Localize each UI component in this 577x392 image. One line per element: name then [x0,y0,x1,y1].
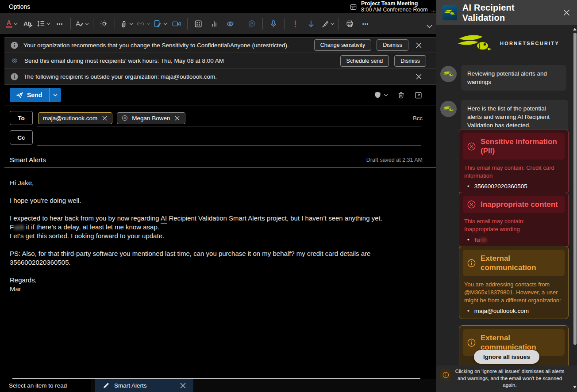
meeting-reminder[interactable]: Project Team Meeting 8:00 AM Conference … [350,0,436,13]
presence-blocked-icon [122,115,128,121]
close-tab-icon[interactable] [178,381,188,391]
panel-scrollbar[interactable] [573,25,577,392]
message-body-editor[interactable]: Hi Jake, I hope you're doing well. I exp… [10,175,423,302]
styles-icon[interactable] [73,16,90,31]
draft-saved-status: Draft saved at 2:31 AM [366,157,423,163]
bot-avatar [440,66,457,82]
alert-text: Your organization recommends that you ch… [23,42,289,49]
calendar-icon [350,3,357,11]
hornetsecurity-brand: HORNETSECURITY [458,33,559,53]
card-title: Inappropriate content [481,200,558,209]
dictate-icon[interactable] [265,16,281,31]
reminder-subtitle: 8:00 AM Conference Room -... [361,7,436,13]
app-window: Options Project Team Meeting 8:00 AM Con… [0,0,577,392]
card-description: This email may contain: Credit card info… [464,164,563,180]
format-painter-icon[interactable] [319,16,336,31]
compose-bottom-divider [12,378,420,379]
reminder-title: Project Team Meeting [361,0,436,7]
insert-grid-icon[interactable] [190,16,206,31]
panel-content: HORNETSECURITY Reviewing potential alert… [436,25,577,392]
send-button[interactable]: Send [10,88,50,102]
sensitivity-shield-icon[interactable] [374,91,388,99]
close-icon[interactable] [414,72,423,82]
remove-recipient-icon[interactable] [174,115,181,121]
recipient-chip[interactable]: maja@outloook.com [38,112,112,124]
more-formatting-icon[interactable]: ••• [52,16,68,31]
high-importance-icon[interactable] [287,16,303,31]
close-panel-icon[interactable] [562,8,571,18]
print-icon[interactable] [342,16,358,31]
alert-text: Send this email during most recipients' … [24,57,224,64]
brand-wordmark: HORNETSECURITY [500,41,559,46]
error-circle-x-icon [467,142,476,151]
panel-header: AI Recipient Validation [436,0,577,25]
info-icon [440,369,451,380]
bcc-toggle[interactable]: Bcc [413,115,423,122]
body-line: Fuck it if there’s a delay, at least let… [10,223,423,232]
scroll-up-icon[interactable] [573,28,577,30]
ai-recipient-validation-panel: AI Recipient Validation HORNETSECURITY R… [436,0,577,392]
subject-row: Smart Alerts Draft saved at 2:31 AM [4,152,436,167]
alert-text: The following recipient is outside your … [23,73,217,80]
loop-component-icon[interactable] [222,16,238,31]
dismiss-button[interactable]: Dismiss [377,39,408,51]
line-spacing-icon[interactable] [35,16,52,31]
close-icon[interactable] [414,40,423,50]
card-title: External communication [481,333,560,352]
info-icon [11,73,18,80]
options-menu[interactable]: Options [9,3,30,10]
body-line: Let’s get this sorted. Looking forward t… [10,232,423,240]
footer-text: Clicking on 'Ignore all issues' dismisse… [453,368,566,389]
editor-assistant-icon[interactable] [244,16,260,31]
alert-card-inappropriate-content: Inappropriate content This email may con… [459,192,569,248]
insert-link-icon[interactable] [135,16,152,31]
subject-field[interactable]: Smart Alerts [10,156,46,164]
font-color-icon[interactable]: A [4,16,19,31]
collapse-ribbon-icon[interactable] [427,25,432,28]
card-title: Sensitive information (PII) [481,137,560,156]
scrollbar-thumb[interactable] [573,33,577,345]
body-line: I expected to hear back from you by now … [10,214,423,223]
reading-pane-hint: Select an item to read [0,379,91,392]
schedule-suggestion-icon [11,57,19,65]
addin-app-icon [442,5,457,20]
open-in-new-window-icon[interactable] [414,91,423,99]
body-line: Hi Jake, [10,179,423,187]
panel-title: AI Recipient Validation [462,3,557,23]
more-options-icon[interactable]: ••• [358,16,373,31]
send-row: Send [4,84,436,106]
clear-formatting-icon[interactable]: Ab [19,16,35,31]
warning-circle-info-icon [467,259,476,267]
editor-brightness-icon[interactable] [96,16,112,31]
schedule-send-bar: Send this email during most recipients' … [4,53,436,69]
video-clip-icon[interactable] [169,16,185,31]
change-sensitivity-button[interactable]: Change sensitivity [314,39,371,51]
to-row: To maja@outloook.com Megan Bowen Bcc [4,109,436,127]
to-button[interactable]: To [10,111,33,125]
low-importance-icon[interactable] [303,16,319,31]
card-detail-item: •fuck [467,236,565,243]
scroll-down-icon[interactable] [573,386,577,388]
pencil-icon [103,382,109,389]
send-button-group: Send [10,88,61,102]
panel-footer-note: Clicking on 'Ignore all issues' dismisse… [436,365,577,392]
cc-button[interactable]: Cc [10,130,33,145]
card-detail-item: •3566002020360505 [467,183,565,190]
draft-tab-smart-alerts[interactable]: Smart Alerts [95,379,193,392]
recipient-chip[interactable]: Megan Bowen [117,112,185,124]
censored-word: ck [480,236,486,243]
attach-file-icon[interactable] [118,16,135,31]
discard-trash-icon[interactable] [397,91,405,99]
dismiss-button[interactable]: Dismiss [394,55,426,67]
hornetsecurity-logo-icon [458,33,493,53]
signature-icon[interactable] [152,16,169,31]
alert-card-sensitive-information: Sensitive information (PII) This email m… [459,129,569,194]
ignore-all-issues-button[interactable]: Ignore all issues [474,350,539,364]
send-options-chevron[interactable] [50,88,61,102]
body-line: I hope you're doing well. [10,196,423,205]
schedule-send-button[interactable]: Schedule send [340,55,389,67]
remove-recipient-icon[interactable] [101,115,108,121]
insert-chart-icon[interactable] [206,16,222,31]
sensitivity-alert-bar: Your organization recommends that you ch… [4,37,436,53]
bot-avatar [440,101,457,117]
